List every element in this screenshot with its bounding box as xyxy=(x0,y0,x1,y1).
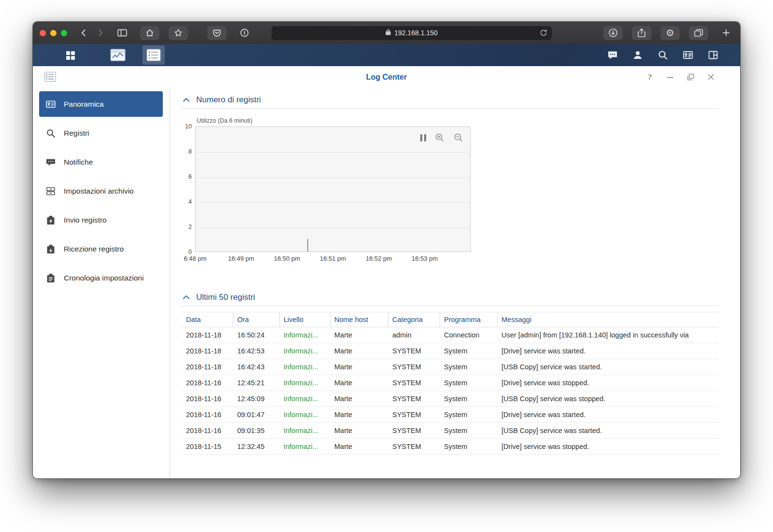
table-row[interactable]: 2018-11-1609:01:35Informazi...MarteSYSTE… xyxy=(182,423,718,439)
column-header-messaggi[interactable]: Messaggi xyxy=(498,312,718,327)
sidebar-item-label: Ricezione registro xyxy=(64,245,124,253)
cell-categoria: SYSTEM xyxy=(388,359,440,375)
table-row[interactable]: 2018-11-1816:50:24Informazi...Marteadmin… xyxy=(182,327,718,343)
window-controls: ? xyxy=(645,66,715,88)
sidebar-item-cronologia-impostazioni[interactable]: Cronologia impostazioni xyxy=(39,265,163,291)
cell-programma: Connection xyxy=(440,327,498,343)
table-row[interactable]: 2018-11-1612:45:21Informazi...MarteSYSTE… xyxy=(182,375,718,391)
cell-data: 2018-11-18 xyxy=(182,327,233,343)
sidebar-toggle-button[interactable] xyxy=(114,26,130,40)
settings-button[interactable]: ⚙ xyxy=(660,26,680,40)
table-row[interactable]: 2018-11-1512:32:45Informazi...MarteSYSTE… xyxy=(182,439,718,455)
cell-ora: 12:45:09 xyxy=(233,391,280,406)
table-row[interactable]: 2018-11-1816:42:43Informazi...MarteSYSTE… xyxy=(182,359,718,375)
zoom-in-button[interactable] xyxy=(434,132,445,143)
messages-button[interactable] xyxy=(600,45,625,65)
cell-data: 2018-11-16 xyxy=(182,375,233,391)
downloads-button[interactable] xyxy=(603,26,623,40)
cell-data: 2018-11-18 xyxy=(182,359,233,375)
pause-icon xyxy=(420,134,422,141)
log-table-body: 2018-11-1816:50:24Informazi...Marteadmin… xyxy=(182,327,718,455)
table-row[interactable]: 2018-11-1816:42:53Informazi...MarteSYSTE… xyxy=(182,343,718,359)
main-menu-button[interactable] xyxy=(59,45,82,65)
section-title: Ultimi 50 registri xyxy=(196,293,255,302)
zoom-out-button[interactable] xyxy=(453,132,464,143)
sidebar-item-label: Notifiche xyxy=(64,158,93,167)
app-maximize-button[interactable] xyxy=(686,73,695,82)
sidebar-item-ricezione-registro[interactable]: Ricezione registro xyxy=(39,236,163,262)
column-header-programma[interactable]: Programma xyxy=(440,312,498,327)
home-button[interactable] xyxy=(140,26,159,40)
taskbar-log-center[interactable] xyxy=(143,45,165,65)
collapse-toggle-button[interactable] xyxy=(182,96,190,104)
zoom-window-button[interactable] xyxy=(61,30,67,36)
cell-programma: System xyxy=(440,439,498,454)
column-header-categoria[interactable]: Categoria xyxy=(388,312,440,327)
table-row[interactable]: 2018-11-1612:45:09Informazi...MarteSYSTE… xyxy=(182,391,718,407)
cell-ora: 12:32:45 xyxy=(233,439,280,454)
cell-ora: 16:50:24 xyxy=(233,327,280,343)
cell-nome-host: Marte xyxy=(330,407,388,422)
app-minimize-button[interactable] xyxy=(666,73,674,82)
minimize-window-button[interactable] xyxy=(50,30,57,36)
sidebar-item-invio-registro[interactable]: Invio registro xyxy=(39,207,163,233)
chart: Utilizzo (Da 6 minuti) 0246810 xyxy=(182,117,718,266)
url-text: 192.168.1.150 xyxy=(394,29,438,37)
pause-button[interactable] xyxy=(420,134,426,141)
y-tick-label: 10 xyxy=(185,123,192,130)
column-header-nome-host[interactable]: Nome host xyxy=(330,312,388,327)
column-header-ora[interactable]: Ora xyxy=(233,312,280,327)
cell-messaggi: [USB Copy] service was started. xyxy=(498,423,718,438)
x-tick-label: 16:49 pm xyxy=(228,255,254,262)
cell-livello: Informazi... xyxy=(280,343,330,359)
notification-card-icon xyxy=(682,49,694,61)
share-icon xyxy=(637,28,646,38)
tabs-overview-button[interactable] xyxy=(689,26,708,40)
new-tab-button[interactable] xyxy=(719,26,733,40)
back-button[interactable] xyxy=(77,26,90,40)
widgets-button[interactable] xyxy=(701,45,726,65)
cell-ora: 09:01:35 xyxy=(233,423,280,438)
cell-nome-host: Marte xyxy=(330,375,388,391)
y-tick-label: 4 xyxy=(188,198,192,205)
cell-programma: System xyxy=(440,359,498,375)
chart-x-axis: 6:48 pm16:49 pm16:50 pm16:51 pm16:52 pm1… xyxy=(195,255,471,266)
cell-ora: 16:42:43 xyxy=(233,359,280,375)
help-button[interactable]: ? xyxy=(645,73,654,82)
dsm-search-button[interactable] xyxy=(650,45,675,65)
app-close-button[interactable] xyxy=(706,73,715,82)
x-tick-label: 16:50 pm xyxy=(274,255,300,262)
sidebar-item-impostazioni-archivio[interactable]: Impostazioni archivio xyxy=(39,178,163,204)
gridline xyxy=(196,152,470,153)
close-window-button[interactable] xyxy=(40,30,46,36)
sidebar-item-registri[interactable]: Registri xyxy=(39,120,163,146)
sidebar-item-label: Cronologia impostazioni xyxy=(64,274,143,282)
pocket-button[interactable] xyxy=(207,26,227,40)
notifications-button[interactable] xyxy=(675,45,701,65)
sidebar-item-panoramica[interactable]: Panoramica xyxy=(39,91,163,117)
table-row[interactable]: 2018-11-1609:01:47Informazi...MarteSYSTE… xyxy=(182,407,718,423)
refresh-button[interactable] xyxy=(540,29,547,39)
cell-categoria: SYSTEM xyxy=(388,439,440,454)
column-header-livello[interactable]: Livello xyxy=(280,312,330,327)
cell-livello: Informazi... xyxy=(280,359,330,375)
url-bar[interactable]: 192.168.1.150 xyxy=(272,26,552,40)
cell-data: 2018-11-16 xyxy=(182,423,233,438)
share-button[interactable] xyxy=(632,26,651,40)
sidebar-item-notifiche[interactable]: Notifiche xyxy=(39,149,163,175)
dsm-tray xyxy=(600,45,726,65)
taskbar-resource-monitor[interactable] xyxy=(107,45,129,65)
traffic-lights xyxy=(40,30,67,36)
dsm-taskbar xyxy=(33,44,740,66)
forward-button[interactable] xyxy=(94,26,107,40)
extension-button[interactable] xyxy=(236,26,253,40)
cell-categoria: SYSTEM xyxy=(388,423,440,438)
user-menu-button[interactable] xyxy=(625,45,650,65)
collapse-toggle-button[interactable] xyxy=(182,294,190,301)
chevron-up-icon xyxy=(183,295,190,300)
column-header-data[interactable]: Data xyxy=(182,312,233,327)
search-icon xyxy=(657,49,669,61)
bookmarks-button[interactable] xyxy=(169,26,188,40)
sidebar-item-label: Invio registro xyxy=(64,216,107,224)
main-content: Numero di registri Utilizzo (Da 6 minuti… xyxy=(170,88,740,478)
